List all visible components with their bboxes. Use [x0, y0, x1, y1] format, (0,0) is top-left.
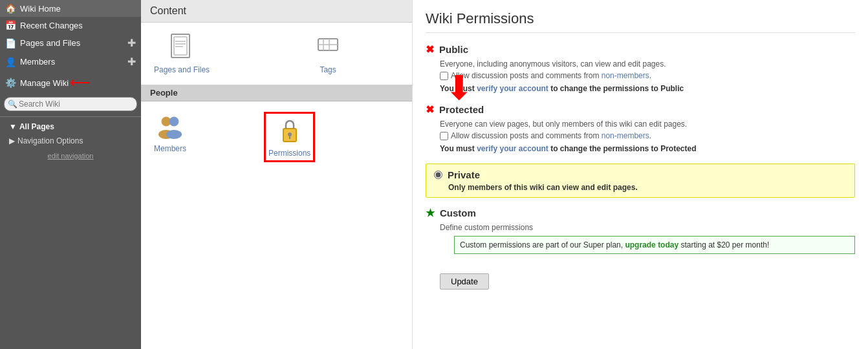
sidebar-item-label: Wiki Home [20, 4, 61, 14]
people-header: People [141, 85, 412, 101]
sidebar-divider [0, 116, 141, 117]
members-label: Members [154, 144, 186, 153]
custom-star-icon: ★ [426, 207, 435, 219]
public-desc: Everyone, including anonymous visitors, … [440, 58, 855, 94]
private-radio[interactable] [434, 171, 442, 179]
public-option: ✖ Public Everyone, including anonymous v… [426, 43, 855, 94]
custom-desc-area: Define custom permissions Custom permiss… [440, 222, 855, 254]
sidebar-nav-label: All Pages [19, 122, 54, 131]
pages-and-files-label: Pages and Files [154, 65, 210, 74]
search-icon: 🔍 [8, 100, 17, 109]
pages-and-files-link[interactable]: Pages and Files [154, 33, 210, 74]
custom-option-header: ★ Custom [426, 207, 855, 219]
define-custom-label: Define custom permissions [440, 222, 855, 233]
private-label: Private [448, 169, 480, 180]
search-input[interactable] [4, 97, 137, 111]
gear-icon: ⚙️ [5, 78, 16, 88]
custom-box: Custom permissions are part of our Super… [454, 236, 855, 254]
public-verify-text: You must verify your account to change t… [440, 83, 855, 94]
custom-option: ★ Custom Define custom permissions Custo… [426, 207, 855, 254]
sidebar-item-all-pages[interactable]: ▼ All Pages [0, 120, 141, 134]
protected-label: Protected [439, 104, 484, 115]
search-container: 🔍 [4, 97, 137, 111]
permissions-title: Wiki Permissions [426, 10, 855, 33]
protected-checkbox-text: Allow discussion posts and comments from… [451, 130, 651, 142]
public-label: Public [439, 44, 468, 55]
verify-account-public-link[interactable]: verify your account [477, 84, 548, 93]
sidebar-item-recent-changes[interactable]: 📅 Recent Changes [0, 17, 141, 34]
public-checkbox-label: Allow discussion posts and comments from… [440, 70, 855, 81]
public-desc-text: Everyone, including anonymous visitors, … [440, 58, 855, 70]
sidebar-item-label: Manage Wiki [20, 78, 69, 88]
members-icon: 👤 [5, 57, 16, 67]
add-pages-button[interactable]: ✚ [127, 37, 136, 49]
tags-label: Tags [320, 65, 336, 74]
public-checkbox-text: Allow discussion posts and comments from… [451, 70, 651, 81]
private-desc: Only members of this wiki can view and e… [448, 183, 847, 192]
svg-point-12 [166, 130, 182, 139]
public-checkbox[interactable] [440, 72, 448, 80]
sidebar-item-manage-wiki[interactable]: ⚙️ Manage Wiki ⟵ [0, 71, 141, 94]
custom-label: Custom [440, 207, 476, 218]
protected-desc: Everyone can view pages, but only member… [440, 118, 855, 154]
manage-wiki-arrow: ⟵ [70, 74, 91, 91]
content-header: Content [141, 0, 412, 23]
protected-option-header: ✖ Protected [426, 103, 855, 116]
sidebar-item-label: Pages and Files [20, 38, 80, 48]
sidebar: 🏠 Wiki Home 📅 Recent Changes 📄 Pages and… [0, 0, 141, 349]
protected-x-icon: ✖ [426, 103, 434, 116]
protected-option: ✖ Protected Everyone can view pages, but… [426, 103, 855, 154]
content-icons-row: Pages and Files Tags [141, 23, 412, 85]
protected-checkbox-label: Allow discussion posts and comments from… [440, 130, 855, 142]
upgrade-link[interactable]: upgrade today [625, 240, 678, 249]
permissions-link[interactable]: Permissions [264, 112, 315, 162]
sidebar-item-pages-and-files[interactable]: 📄 Pages and Files ✚ [0, 34, 141, 52]
non-members-link-public[interactable]: non-members [602, 71, 649, 80]
protected-checkbox[interactable] [440, 132, 448, 140]
permissions-panel: Wiki Permissions ✖ Public Everyone, incl… [413, 0, 868, 349]
public-option-header: ✖ Public [426, 43, 855, 56]
triangle-right-icon: ▶ [9, 136, 15, 145]
tags-icon [313, 33, 343, 63]
edit-navigation-link[interactable]: edit navigation [0, 148, 141, 164]
svg-rect-1 [174, 37, 187, 55]
update-button[interactable]: Update [440, 273, 489, 290]
sidebar-item-navigation-options[interactable]: ▶ Navigation Options [0, 134, 141, 148]
sidebar-item-members[interactable]: 👤 Members ✚ [0, 52, 141, 71]
tags-link[interactable]: Tags [313, 33, 343, 74]
protected-desc-text: Everyone can view pages, but only member… [440, 118, 855, 130]
home-icon: 🏠 [5, 3, 16, 14]
verify-account-protected-link[interactable]: verify your account [477, 144, 548, 153]
non-members-link-protected[interactable]: non-members [602, 131, 649, 140]
public-x-icon: ✖ [426, 43, 434, 56]
members-people-icon [155, 112, 185, 142]
svg-point-14 [288, 132, 292, 136]
add-members-button[interactable]: ✚ [127, 56, 136, 68]
sidebar-item-label: Members [20, 57, 55, 67]
sidebar-item-label: Recent Changes [20, 21, 83, 30]
page-icon: 📄 [5, 38, 16, 48]
permissions-label: Permissions [268, 149, 310, 158]
private-option-header[interactable]: Private [434, 169, 847, 180]
private-option: Private Only members of this wiki can vi… [426, 164, 855, 198]
svg-point-10 [169, 117, 179, 126]
custom-desc-text: Custom permissions are part of our Super… [460, 240, 625, 249]
upgrade-suffix-text: starting at $20 per month! [678, 240, 769, 249]
protected-verify-text: You must verify your account to change t… [440, 143, 855, 154]
sidebar-nav-label: Navigation Options [17, 136, 83, 145]
calendar-icon: 📅 [5, 20, 16, 30]
people-icons-row: Members Permissions [141, 101, 412, 173]
permissions-icon [275, 116, 305, 146]
triangle-icon: ▼ [9, 122, 17, 131]
pages-icon [167, 33, 197, 63]
sidebar-item-wiki-home[interactable]: 🏠 Wiki Home [0, 0, 141, 17]
content-panel: Content Pages and Files [141, 0, 413, 349]
members-link[interactable]: Members [154, 112, 186, 162]
